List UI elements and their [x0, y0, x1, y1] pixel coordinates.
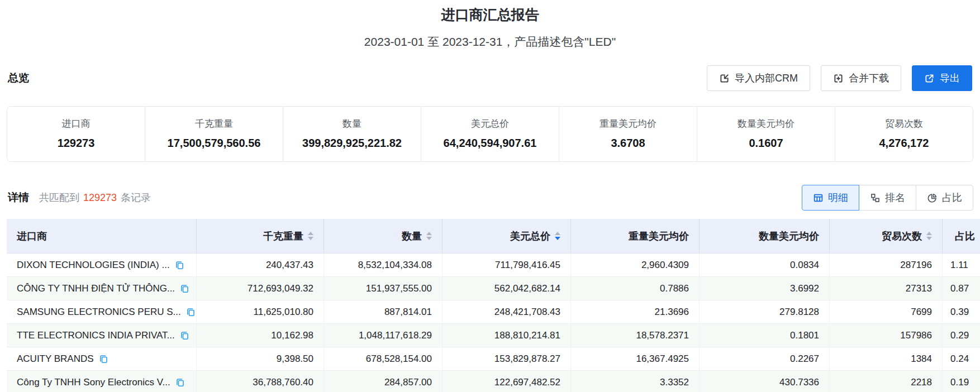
column-label: 数量 [402, 230, 422, 243]
table-row: ACUITY BRANDS 9,398.50 678,528,154.00 15… [7, 347, 980, 371]
column-label: 重量美元均价 [629, 230, 689, 243]
qty-usd-avg-cell: 430.7336 [700, 371, 830, 392]
column-label: 贸易次数 [882, 230, 922, 243]
table-row: Công Ty TNHH Sony Electronics V... 36,78… [7, 371, 980, 392]
importer-cell: DIXON TECHNOLOGIES (INDIA) ... [7, 254, 197, 276]
table-header-row: 进口商 千克重量 数量 美元总价 重量美元均价 数量美元均价 贸易次数 [7, 219, 980, 254]
merge-download-icon [833, 73, 844, 84]
tab-detail-label: 明细 [828, 191, 848, 204]
stat-label: 数量 [342, 118, 361, 130]
import-crm-button[interactable]: 导入内部CRM [707, 65, 810, 91]
table-row: SAMSUNG ELECTRONICS PERU S... 11,625,010… [7, 300, 980, 324]
table-row: DIXON TECHNOLOGIES (INDIA) ... 240,437.4… [7, 254, 980, 277]
table-row: TTE ELECTRONICS INDIA PRIVAT... 10,162.9… [7, 324, 980, 347]
importer-cell: ACUITY BRANDS [7, 347, 197, 370]
importer-cell: TTE ELECTRONICS INDIA PRIVAT... [7, 324, 197, 347]
stat-item: 进口商 129273 [7, 107, 145, 161]
sort-arrows-icon[interactable] [426, 232, 432, 240]
quantity-cell: 284,857.00 [324, 371, 443, 392]
weight-usd-avg-cell: 0.7886 [571, 277, 700, 300]
share-cell: 0.19 [943, 371, 980, 392]
sort-arrows-icon-active-desc[interactable] [555, 232, 560, 240]
importer-summary-report-page: 进口商汇总报告 2023-01-01 至 2023-12-31，产品描述包含"L… [0, 4, 980, 392]
share-cell: 1.11 [943, 254, 980, 276]
usd-total-cell: 248,421,708.43 [443, 300, 571, 323]
copy-icon[interactable] [180, 284, 189, 293]
pie-chart-icon [927, 193, 938, 203]
column-header-quantity[interactable]: 数量 [324, 219, 443, 253]
copy-icon[interactable] [180, 331, 189, 340]
column-label: 进口商 [17, 230, 47, 243]
details-bar: 详情 共匹配到129273条记录 明细 [0, 184, 980, 211]
weight-usd-avg-cell: 3.3352 [571, 371, 700, 392]
usd-total-cell: 188,810,214.81 [443, 324, 571, 347]
kg-weight-cell: 11,625,010.80 [197, 300, 324, 323]
merge-download-label: 合并下载 [849, 71, 889, 85]
usd-total-cell: 711,798,416.45 [443, 254, 571, 276]
kg-weight-cell: 10,162.98 [197, 324, 324, 347]
kg-weight-cell: 240,437.43 [197, 254, 324, 276]
trade-count-cell: 2218 [830, 371, 943, 392]
merge-download-button[interactable]: 合并下载 [821, 65, 901, 91]
qty-usd-avg-cell: 0.2267 [700, 347, 830, 370]
stat-item: 千克重量 17,500,579,560.56 [145, 107, 283, 161]
table-body: DIXON TECHNOLOGIES (INDIA) ... 240,437.4… [7, 254, 980, 392]
export-button[interactable]: 导出 [912, 65, 972, 91]
stat-label: 进口商 [62, 118, 91, 130]
importer-name: CÔNG TY TNHH ĐIỆN TỬ THÔNG... [17, 283, 175, 294]
importer-table: 进口商 千克重量 数量 美元总价 重量美元均价 数量美元均价 贸易次数 [7, 219, 980, 392]
qty-usd-avg-cell: 3.6992 [700, 277, 830, 300]
column-header-kg-weight[interactable]: 千克重量 [197, 219, 324, 253]
stat-label: 重量美元均价 [600, 118, 656, 130]
tab-detail[interactable]: 明细 [802, 185, 859, 211]
sort-arrows-icon[interactable] [926, 232, 932, 240]
share-cell: 0.87 [943, 277, 980, 300]
import-icon [719, 73, 730, 84]
qty-usd-avg-cell: 279.8128 [700, 300, 830, 323]
column-header-usd-total[interactable]: 美元总价 [443, 219, 571, 253]
importer-name: TTE ELECTRONICS INDIA PRIVAT... [17, 330, 175, 341]
import-crm-label: 导入内部CRM [735, 71, 798, 85]
stat-item: 重量美元均价 3.6708 [559, 107, 697, 161]
copy-icon[interactable] [175, 377, 185, 387]
stat-value: 399,829,925,221.82 [302, 136, 402, 150]
overview-stats-card: 进口商 129273 千克重量 17,500,579,560.56 数量 399… [7, 106, 973, 162]
stat-item: 美元总价 64,240,594,907.61 [421, 107, 559, 161]
column-header-trade-count[interactable]: 贸易次数 [830, 219, 943, 253]
trade-count-cell: 157986 [830, 324, 943, 347]
importer-cell: CÔNG TY TNHH ĐIỆN TỬ THÔNG... [7, 277, 197, 300]
sort-arrows-icon[interactable] [308, 232, 313, 240]
column-header-importer: 进口商 [7, 219, 197, 253]
tab-ranking[interactable]: 排名 [859, 185, 916, 211]
quantity-cell: 678,528,154.00 [324, 347, 443, 370]
stat-item: 贸易次数 4,276,172 [835, 107, 973, 161]
match-count: 129273 [83, 192, 117, 203]
overview-toolbar: 总览 导入内部CRM 合并下载 [0, 65, 980, 92]
tab-share[interactable]: 占比 [916, 185, 973, 211]
weight-usd-avg-cell: 16,367.4925 [571, 347, 700, 370]
column-header-share: 占比 [943, 219, 980, 253]
tab-share-label: 占比 [942, 191, 962, 204]
page-title: 进口商汇总报告 [0, 4, 980, 25]
usd-total-cell: 122,697,482.52 [443, 371, 571, 392]
column-header-qty-usd-avg: 数量美元均价 [700, 219, 830, 253]
copy-icon[interactable] [186, 307, 196, 317]
stat-label: 贸易次数 [885, 118, 923, 130]
export-icon [924, 73, 935, 84]
match-suffix: 条记录 [121, 192, 151, 203]
copy-icon[interactable] [175, 260, 184, 270]
stat-label: 千克重量 [195, 118, 233, 130]
weight-usd-avg-cell: 18,578.2371 [571, 324, 700, 347]
quantity-cell: 8,532,104,334.08 [324, 254, 443, 276]
table-row: CÔNG TY TNHH ĐIỆN TỬ THÔNG... 712,693,04… [7, 277, 980, 300]
usd-total-cell: 562,042,682.14 [443, 277, 571, 300]
kg-weight-cell: 36,788,760.40 [197, 371, 324, 392]
kg-weight-cell: 712,693,049.32 [197, 277, 324, 300]
importer-name: Công Ty TNHH Sony Electronics V... [17, 377, 170, 388]
trade-count-cell: 27313 [830, 277, 943, 300]
stat-value: 3.6708 [611, 136, 645, 150]
match-summary: 共匹配到129273条记录 [39, 191, 151, 204]
share-cell: 0.39 [943, 300, 980, 323]
copy-icon[interactable] [99, 354, 108, 364]
tab-ranking-label: 排名 [885, 191, 905, 204]
